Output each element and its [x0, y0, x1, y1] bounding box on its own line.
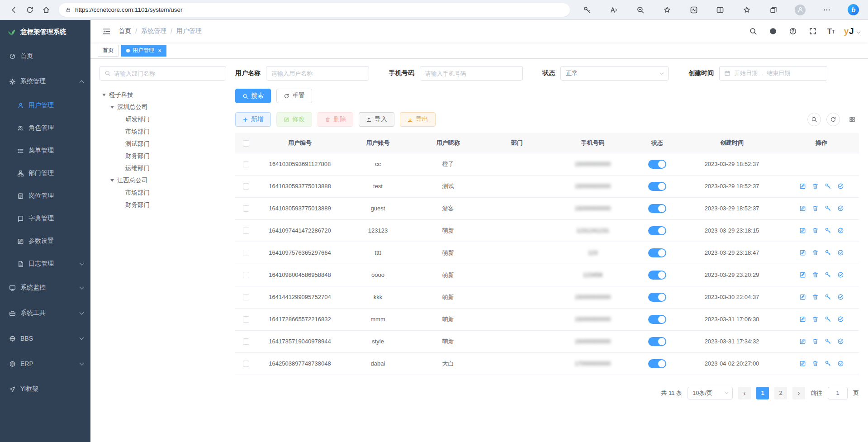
edit-row-button[interactable] [798, 337, 806, 346]
status-toggle[interactable] [648, 204, 666, 213]
edit-row-button[interactable] [798, 182, 806, 190]
delete-row-button[interactable] [811, 337, 819, 346]
row-checkbox[interactable] [243, 316, 249, 323]
delete-row-button[interactable] [811, 360, 819, 368]
status-toggle[interactable] [648, 248, 666, 257]
reset-password-button[interactable] [824, 360, 832, 368]
assign-role-button[interactable] [836, 227, 844, 235]
status-toggle[interactable] [648, 226, 666, 235]
close-icon[interactable]: × [158, 48, 161, 54]
assign-role-button[interactable] [836, 249, 844, 257]
sidebar-item-bbs[interactable]: BBS [0, 326, 90, 351]
reset-password-button[interactable] [824, 293, 832, 301]
sidebar-item-dept-management[interactable]: 部门管理 [0, 162, 90, 185]
row-checkbox[interactable] [243, 338, 249, 345]
delete-row-button[interactable] [811, 315, 819, 323]
add-button[interactable]: 新增 [235, 112, 271, 127]
import-button[interactable]: 导入 [359, 112, 394, 127]
sidebar-item-log-management[interactable]: 日志管理 [0, 252, 90, 275]
sidebar-item-role-management[interactable]: 角色管理 [0, 117, 90, 139]
user-avatar-menu[interactable]: yJ [844, 26, 860, 36]
reset-password-button[interactable] [824, 271, 832, 279]
sidebar-item-erp[interactable]: ERP [0, 351, 90, 376]
export-button[interactable]: 导出 [400, 112, 436, 127]
browser-profile-button[interactable] [794, 4, 806, 16]
table-row[interactable]: 1641735719040978944 style 萌新 15000000000… [235, 330, 859, 352]
sidebar-item-monitor[interactable]: 系统监控 [0, 275, 90, 300]
status-toggle[interactable] [648, 182, 666, 191]
table-row[interactable]: 1641030593691127808 cc 橙子 15000000000 20… [235, 153, 859, 175]
reset-password-button[interactable] [824, 315, 832, 323]
reset-button[interactable]: 重置 [276, 89, 312, 103]
fullscreen-button[interactable] [807, 26, 818, 37]
status-toggle[interactable] [648, 293, 666, 302]
status-toggle[interactable] [648, 315, 666, 324]
tree-node[interactable]: 江西总公司 [100, 174, 226, 186]
edit-row-button[interactable] [798, 271, 806, 279]
prev-page-button[interactable]: ‹ [738, 387, 751, 399]
search-button[interactable]: 搜索 [235, 89, 271, 103]
username-input[interactable] [266, 66, 369, 81]
row-checkbox[interactable] [243, 205, 249, 212]
sidebar-item-user-management[interactable]: 用户管理 [0, 94, 90, 117]
tree-node[interactable]: 研发部门 [100, 113, 226, 125]
status-toggle[interactable] [648, 359, 666, 368]
assign-role-button[interactable] [836, 360, 844, 368]
tree-node[interactable]: 市场部门 [100, 186, 226, 199]
browser-menu-button[interactable] [821, 4, 833, 16]
status-toggle[interactable] [648, 337, 666, 346]
edit-row-button[interactable] [798, 227, 806, 235]
sidebar-item-yi-framework[interactable]: Yi框架 [0, 376, 90, 402]
row-checkbox[interactable] [243, 294, 249, 300]
header-search-button[interactable] [748, 26, 759, 37]
row-checkbox[interactable] [243, 183, 249, 190]
github-button[interactable] [768, 26, 778, 37]
phone-input[interactable] [420, 66, 523, 81]
tree-expand-icon[interactable] [102, 94, 106, 96]
browser-home-button[interactable] [39, 3, 53, 17]
tree-node[interactable]: 市场部门 [100, 125, 226, 138]
table-row[interactable]: 1641441299095752704 kkk 萌新 15000000000 2… [235, 286, 859, 308]
delete-row-button[interactable] [811, 182, 819, 190]
edit-row-button[interactable] [798, 293, 806, 301]
assign-role-button[interactable] [836, 271, 844, 279]
sidebar-item-param-settings[interactable]: 参数设置 [0, 230, 90, 252]
table-row[interactable]: 1641030593775013889 guest 游客 15000000000… [235, 197, 859, 219]
reset-password-button[interactable] [824, 249, 832, 257]
reset-password-button[interactable] [824, 227, 832, 235]
reset-password-button[interactable] [824, 337, 832, 346]
assign-role-button[interactable] [836, 337, 844, 346]
select-all-checkbox[interactable] [243, 140, 249, 147]
assign-role-button[interactable] [836, 204, 844, 213]
table-row[interactable]: 1641728665572216832 mmm 萌新 15000000000 2… [235, 308, 859, 330]
table-row[interactable]: 1641097441472286720 123123 萌新 1231241231… [235, 219, 859, 242]
edit-row-button[interactable] [798, 204, 806, 213]
toggle-search-button[interactable] [807, 113, 821, 126]
edit-row-button[interactable] [798, 315, 806, 323]
table-row[interactable]: 1641097576365297664 tttt 萌新 123 2023-03-… [235, 242, 859, 264]
sidebar-item-post-management[interactable]: 岗位管理 [0, 185, 90, 207]
passwords-button[interactable] [581, 4, 593, 16]
next-page-button[interactable]: › [792, 387, 805, 399]
delete-row-button[interactable] [811, 249, 819, 257]
reset-password-button[interactable] [824, 204, 832, 213]
sidebar-item-home[interactable]: 首页 [0, 43, 90, 69]
help-button[interactable] [787, 26, 798, 37]
delete-row-button[interactable] [811, 227, 819, 235]
sidebar-item-dict-management[interactable]: 字典管理 [0, 207, 90, 230]
delete-row-button[interactable] [811, 293, 819, 301]
assign-role-button[interactable] [836, 315, 844, 323]
copilot-button[interactable]: b [847, 4, 860, 16]
edit-row-button[interactable] [798, 249, 806, 257]
table-row[interactable]: 1642503897748738048 dabai 大白 17000000000… [235, 352, 859, 375]
split-screen-button[interactable] [714, 4, 726, 16]
page-1-button[interactable]: 1 [756, 387, 769, 399]
tree-node[interactable]: 财务部门 [100, 199, 226, 211]
goto-page-input[interactable] [828, 387, 848, 399]
zoom-out-button[interactable] [634, 4, 647, 16]
row-checkbox[interactable] [243, 361, 249, 367]
sidebar-item-system[interactable]: 系统管理 [0, 69, 90, 94]
tree-node[interactable]: 财务部门 [100, 150, 226, 162]
table-row[interactable]: 1641030593775013888 test 测试 15000000000 … [235, 175, 859, 197]
dept-search-input[interactable] [114, 70, 221, 77]
